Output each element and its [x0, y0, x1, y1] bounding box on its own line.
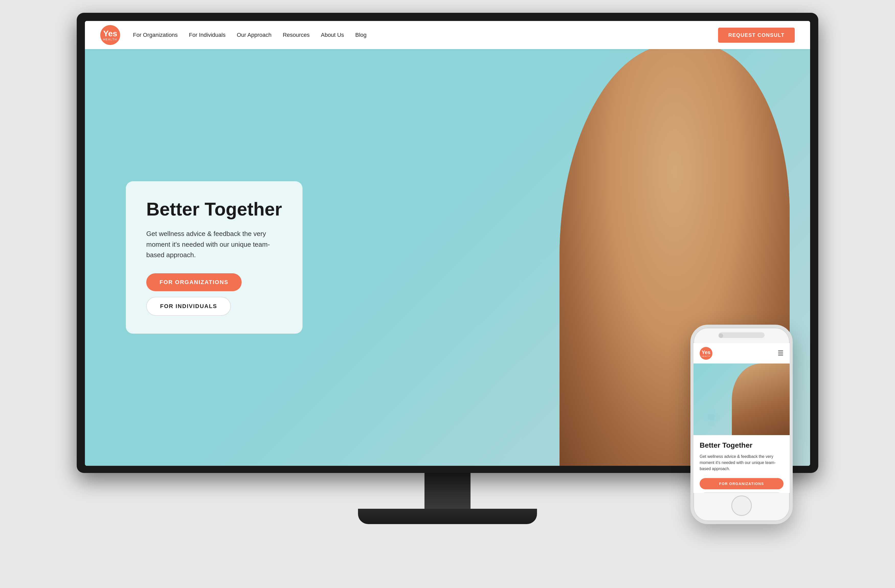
request-consult-button[interactable]: REQUEST CONSULT	[718, 27, 795, 43]
hero-description: Get wellness advice & feedback the very …	[146, 229, 279, 261]
hero-buttons: FOR ORGANIZATIONS FOR INDIVIDUALS	[146, 273, 282, 316]
nav-link-about-us[interactable]: About Us	[321, 32, 344, 38]
nav-link-blog[interactable]: Blog	[355, 32, 366, 38]
phone-for-individuals-button[interactable]: FOR INDIVIDUALS	[699, 493, 784, 493]
phone-logo-sub: HEALTH	[702, 355, 710, 357]
monitor-stand-neck	[425, 473, 470, 509]
phone-notch	[719, 332, 765, 338]
nav-link-our-approach[interactable]: Our Approach	[237, 32, 272, 38]
phone-navbar: Yes HEALTH ☰	[693, 343, 790, 364]
nav-links: For Organizations For Individuals Our Ap…	[133, 32, 718, 38]
phone-hero-section	[693, 364, 790, 435]
hamburger-menu-icon[interactable]: ☰	[778, 349, 784, 357]
phone-hero-description: Get wellness advice & feedback the very …	[699, 453, 784, 472]
phone-frame: Yes HEALTH ☰	[690, 325, 793, 524]
phone-for-organizations-button[interactable]: FOR ORGANIZATIONS	[699, 478, 784, 489]
nav-link-resources[interactable]: Resources	[283, 32, 309, 38]
logo-sub: HEALTH	[103, 38, 117, 41]
phone-hero-person-image	[732, 364, 790, 435]
nav-link-for-individuals[interactable]: For Individuals	[189, 32, 226, 38]
hero-card: Better Together Get wellness advice & fe…	[126, 181, 302, 333]
phone-content: Better Together Get wellness advice & fe…	[693, 435, 790, 493]
phone-hero-title: Better Together	[699, 441, 784, 449]
flower-decoration-icon	[699, 405, 724, 430]
for-individuals-button[interactable]: FOR INDIVIDUALS	[146, 297, 231, 316]
phone-camera	[719, 333, 723, 338]
navbar: Yes HEALTH For Organizations For Individ…	[85, 21, 810, 49]
nav-link-for-organizations[interactable]: For Organizations	[133, 32, 178, 38]
monitor-wrapper: Yes HEALTH For Organizations For Individ…	[51, 13, 844, 575]
hero-title: Better Together	[146, 199, 282, 219]
logo[interactable]: Yes HEALTH	[100, 25, 120, 45]
monitor-stand-base	[358, 509, 537, 524]
phone-device: Yes HEALTH ☰	[690, 325, 793, 524]
phone-logo[interactable]: Yes HEALTH	[699, 347, 712, 360]
phone-logo-text: Yes	[702, 350, 710, 355]
for-organizations-button[interactable]: FOR ORGANIZATIONS	[146, 273, 242, 291]
phone-home-button[interactable]	[731, 496, 752, 516]
logo-text: Yes	[103, 29, 117, 38]
phone-screen: Yes HEALTH ☰	[693, 343, 790, 493]
svg-point-4	[708, 414, 715, 421]
